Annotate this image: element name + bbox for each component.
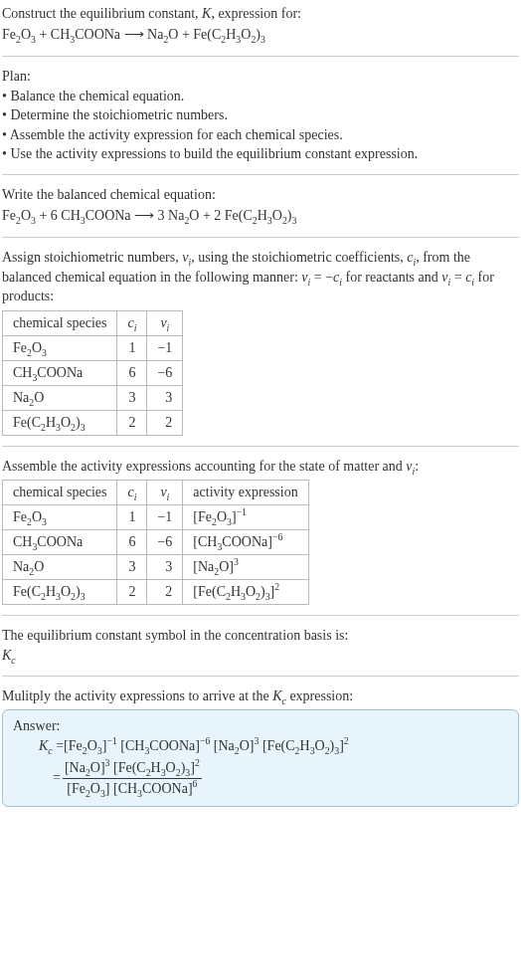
cell-activity: [Na2O]3 [183,555,308,580]
table-row: Fe2O3 1 −1 [3,335,183,360]
assign-block: Assign stoichiometric numbers, νi, using… [2,248,519,436]
th-activity: activity expression [183,481,308,505]
divider [2,174,519,175]
cell-species: Fe(C2H3O2)3 [3,410,117,435]
cell-vi: 3 [147,385,183,410]
divider [2,446,519,447]
cell-species: Fe2O3 [3,335,117,360]
table-row: Fe(C2H3O2)3 2 2 [Fe(C2H3O2)3]2 [3,580,309,605]
th-species: chemical species [3,310,117,335]
balanced-title: Write the balanced chemical equation: [2,185,519,205]
divider [2,676,519,677]
cell-vi: 2 [147,410,183,435]
plan-list: Balance the chemical equation. Determine… [2,87,519,164]
divider [2,237,519,238]
cell-vi: −1 [147,505,183,530]
kc-symbol-block: The equilibrium constant symbol in the c… [2,626,519,665]
plan-item: Determine the stoichiometric numbers. [2,105,519,125]
kc-denominator: [Fe2O3] [CH3COONa]6 [65,779,199,799]
question-block: Construct the equilibrium constant, K, e… [2,4,519,46]
cell-ci: 6 [117,530,147,555]
table-row: Fe(C2H3O2)3 2 2 [3,410,183,435]
question-posttext: , expression for: [211,6,301,21]
kc-symbol-text: The equilibrium constant symbol in the c… [2,626,519,646]
cell-ci: 1 [117,505,147,530]
table-row: CH3COONa 6 −6 [CH3COONa]−6 [3,530,309,555]
cell-species: Fe2O3 [3,505,117,530]
th-vi: νi [147,481,183,505]
cell-species: Fe(C2H3O2)3 [3,580,117,605]
cell-vi: −6 [147,360,183,385]
th-ci: ci [117,481,147,505]
question-pretext: Construct the equilibrium constant, [2,6,202,21]
th-species: chemical species [3,481,117,505]
cell-species: Na2O [3,385,117,410]
kc-lhs: Kc = [39,738,64,754]
cell-activity: [Fe2O3]−1 [183,505,308,530]
cell-activity: [Fe(C2H3O2)3]2 [183,580,308,605]
activity-block: Assemble the activity expressions accoun… [2,457,519,606]
cell-vi: 3 [147,555,183,580]
table-header-row: chemical species ci νi activity expressi… [3,481,309,505]
plan-item: Assemble the activity expression for eac… [2,125,519,145]
stoich-table: chemical species ci νi Fe2O3 1 −1 CH3COO… [2,310,183,436]
kc-fraction: [Na2O]3 [Fe(C2H3O2)3]2 [Fe2O3] [CH3COONa… [63,758,202,798]
kc-expression-line2: = [Na2O]3 [Fe(C2H3O2)3]2 [Fe2O3] [CH3COO… [53,758,508,798]
kc-equals: = [53,770,61,786]
cell-ci: 6 [117,360,147,385]
balanced-block: Write the balanced chemical equation: Fe… [2,185,519,227]
cell-ci: 1 [117,335,147,360]
table-row: Na2O 3 3 [3,385,183,410]
activity-table: chemical species ci νi activity expressi… [2,480,309,605]
multiply-text: Mulitply the activity expressions to arr… [2,686,519,706]
kc-numerator: [Na2O]3 [Fe(C2H3O2)3]2 [63,758,202,779]
plan-item: Balance the chemical equation. [2,87,519,106]
activity-text: Assemble the activity expressions accoun… [2,457,519,477]
cell-vi: −6 [147,530,183,555]
table-header-row: chemical species ci νi [3,310,183,335]
answer-label: Answer: [13,718,508,734]
balanced-equation: Fe2O3 + 6 CH3COONa ⟶ 3 Na2O + 2 Fe(C2H3O… [2,205,519,227]
divider [2,615,519,616]
plan-item: Use the activity expressions to build th… [2,144,519,164]
divider [2,56,519,57]
cell-ci: 3 [117,385,147,410]
kc-expression-line1: Kc = [Fe2O3]−1 [CH3COONa]−6 [Na2O]3 [Fe(… [39,738,508,754]
th-ci: ci [117,310,147,335]
assign-text: Assign stoichiometric numbers, νi, using… [2,248,519,306]
cell-species: CH3COONa [3,530,117,555]
unbalanced-equation: Fe2O3 + CH3COONa ⟶ Na2O + Fe(C2H3O2)3 [2,24,519,46]
answer-box: Answer: Kc = [Fe2O3]−1 [CH3COONa]−6 [Na2… [2,709,519,807]
kc-symbol: Kc [2,646,519,666]
cell-ci: 2 [117,580,147,605]
cell-species: Na2O [3,555,117,580]
cell-ci: 3 [117,555,147,580]
multiply-block: Mulitply the activity expressions to arr… [2,686,519,808]
table-row: Na2O 3 3 [Na2O]3 [3,555,309,580]
kc-product: [Fe2O3]−1 [CH3COONa]−6 [Na2O]3 [Fe(C2H3O… [64,738,349,754]
cell-ci: 2 [117,410,147,435]
cell-species: CH3COONa [3,360,117,385]
page: Construct the equilibrium constant, K, e… [0,0,521,821]
cell-vi: 2 [147,580,183,605]
table-row: Fe2O3 1 −1 [Fe2O3]−1 [3,505,309,530]
plan-title: Plan: [2,67,519,87]
k-symbol: K [202,6,211,21]
cell-activity: [CH3COONa]−6 [183,530,308,555]
question-line-1: Construct the equilibrium constant, K, e… [2,4,519,24]
th-vi: νi [147,310,183,335]
table-row: CH3COONa 6 −6 [3,360,183,385]
cell-vi: −1 [147,335,183,360]
plan-block: Plan: Balance the chemical equation. Det… [2,67,519,164]
